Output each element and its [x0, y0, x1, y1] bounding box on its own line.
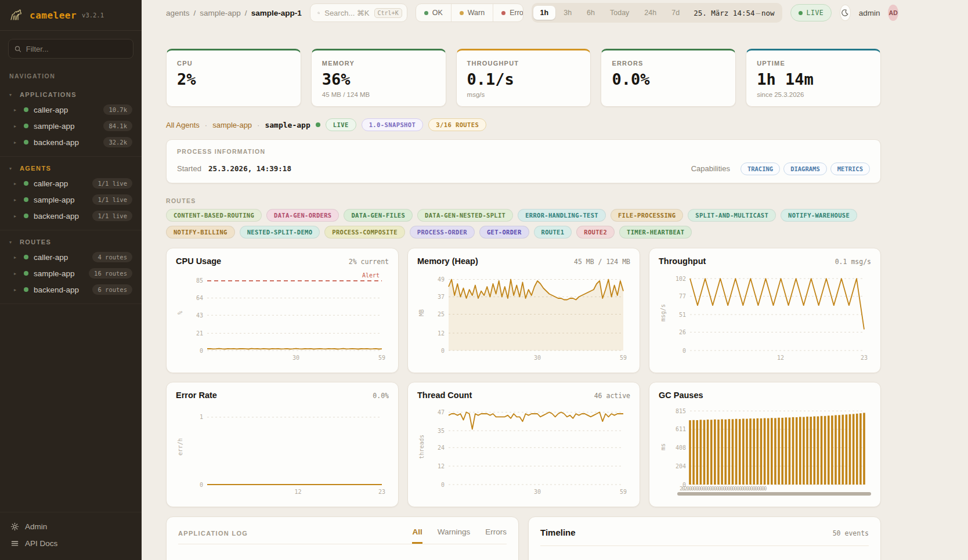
chart-title: GC Pauses: [659, 391, 703, 400]
route-tag-content-based-routing[interactable]: CONTENT-BASED-ROUTING: [166, 209, 262, 222]
sidebar-item-label: caller-app: [34, 179, 87, 188]
filter-box[interactable]: [8, 39, 133, 59]
breadcrumb-item[interactable]: sample-app: [200, 9, 241, 17]
time-range-3h[interactable]: 3h: [557, 6, 579, 20]
status-filter-ok[interactable]: OK: [416, 4, 452, 21]
capability-badge-metrics: METRICS: [830, 162, 870, 175]
chart-svg: 0122435473059threads: [417, 402, 630, 496]
sidebar-item-caller-app[interactable]: ▸caller-app4 routes: [0, 249, 142, 265]
route-tag-get-order[interactable]: GET-ORDER: [479, 226, 529, 239]
context-badge-1-0-snapshot: 1.0-SNAPSHOT: [362, 118, 424, 131]
kpi-card-uptime: UPTIME1h 14msince 25.3.2026: [746, 49, 881, 107]
route-tag-notify-warehouse[interactable]: NOTIFY-WAREHOUSE: [781, 209, 857, 222]
status-dot-icon: [24, 124, 28, 128]
sidebar: cameleer v3.2.1 NAVIGATION ▾APPLICATIONS…: [0, 0, 142, 560]
sidebar-section-header-agents[interactable]: ▾AGENTS: [0, 161, 142, 175]
route-tag-timer-heartbeat[interactable]: TIMER-HEARTBEAT: [619, 226, 692, 239]
live-toggle[interactable]: LIVE: [790, 4, 832, 21]
sidebar-item-backend-app[interactable]: ▸backend-app6 routes: [0, 281, 142, 298]
sidebar-item-caller-app[interactable]: ▸caller-app10.7k: [0, 102, 142, 118]
log-tab-all[interactable]: All: [412, 528, 422, 544]
timeline-card: Timeline 50 events: [528, 516, 881, 560]
sidebar-section-header-routes[interactable]: ▾ROUTES: [0, 235, 142, 249]
status-filter-error[interactable]: Error: [493, 4, 523, 21]
time-range-today[interactable]: Today: [603, 6, 636, 20]
svg-text:12: 12: [438, 463, 445, 469]
sidebar-item-badge: 32.2k: [103, 137, 132, 147]
sidebar-footer: AdminAPI Docs: [0, 512, 142, 560]
sidebar-item-backend-app[interactable]: ▸backend-app32.2k: [0, 134, 142, 150]
route-tag-list: CONTENT-BASED-ROUTINGDATA-GEN-ORDERSDATA…: [166, 209, 881, 239]
sidebar-item-caller-app[interactable]: ▸caller-app1/1 live: [0, 175, 142, 192]
context-instance: sample-app: [265, 121, 310, 129]
route-tag-split-and-multicast[interactable]: SPLIT-AND-MULTICAST: [688, 209, 776, 222]
route-tag-route1[interactable]: ROUTE1: [534, 226, 572, 239]
chart-header: Memory (Heap)45 MB / 124 MB: [417, 256, 630, 266]
chart-plot: 02651771021223msg/s: [659, 268, 871, 362]
footer-item-admin[interactable]: Admin: [5, 518, 137, 535]
time-display-now[interactable]: now: [761, 9, 775, 17]
route-tag-process-composite[interactable]: PROCESS-COMPOSITE: [324, 226, 405, 239]
chevron-down-icon: ▾: [9, 92, 14, 97]
time-range-1h[interactable]: 1h: [533, 6, 556, 20]
route-tag-data-gen-orders[interactable]: DATA-GEN-ORDERS: [266, 209, 339, 222]
filter-input[interactable]: [26, 45, 127, 53]
route-tag-data-gen-files[interactable]: DATA-GEN-FILES: [344, 209, 413, 222]
svg-text:0: 0: [441, 348, 445, 354]
chart-card-thread-count: Thread Count46 active0122435473059thread…: [407, 382, 640, 507]
status-filter-warn[interactable]: Warn: [452, 4, 493, 21]
sidebar-item-sample-app[interactable]: ▸sample-app1/1 live: [0, 192, 142, 208]
chart-plot: 0204408611815202000000000000000000000000…: [659, 402, 871, 496]
context-link[interactable]: sample-app: [212, 121, 252, 129]
svg-text:59: 59: [620, 489, 627, 495]
kpi-value: 36%: [322, 70, 435, 88]
sidebar-section-header-applications[interactable]: ▾APPLICATIONS: [0, 88, 142, 102]
sidebar-item-sample-app[interactable]: ▸sample-app84.1k: [0, 118, 142, 134]
dark-mode-toggle[interactable]: [840, 5, 850, 21]
sidebar-item-backend-app[interactable]: ▸backend-app1/1 live: [0, 208, 142, 224]
time-range-group: 1h3h6hToday24h7d25. März 14:54—now: [532, 3, 782, 23]
footer-item-api-docs[interactable]: API Docs: [5, 535, 137, 552]
chart-title: Memory (Heap): [417, 256, 478, 266]
log-tab-warnings[interactable]: Warnings: [438, 528, 471, 544]
svg-text:30: 30: [534, 355, 541, 361]
svg-text:MB: MB: [418, 309, 425, 316]
global-search[interactable]: Search... ⌘K Ctrl+K: [310, 3, 407, 22]
chart-title: Throughput: [659, 256, 706, 266]
status-filter-group: OKWarnErrorRunning: [416, 3, 523, 22]
status-dot-icon: [501, 11, 505, 15]
gc-x-scrollbar[interactable]: [677, 492, 871, 496]
breadcrumb-item[interactable]: agents: [166, 9, 190, 17]
route-tag-nested-split-demo[interactable]: NESTED-SPLIT-DEMO: [240, 226, 320, 239]
svg-text:23: 23: [861, 355, 868, 361]
route-tag-process-order[interactable]: PROCESS-ORDER: [410, 226, 475, 239]
svg-text:37: 37: [438, 294, 445, 300]
process-info-card: PROCESS INFORMATION Started 25.3.2026, 1…: [166, 139, 881, 183]
time-range-6h[interactable]: 6h: [580, 6, 602, 20]
chevron-right-icon: ▸: [14, 124, 19, 129]
chart-plot: 021436485Alert3059%: [176, 268, 389, 362]
kpi-subtext: 45 MB / 124 MB: [322, 91, 435, 98]
svg-text:102: 102: [676, 276, 686, 282]
kpi-value: 0.1/s: [467, 70, 580, 88]
svg-text:30: 30: [292, 355, 299, 361]
route-tag-route2[interactable]: ROUTE2: [576, 226, 615, 239]
log-tabs-divider: [178, 544, 507, 544]
route-tag-file-processing[interactable]: FILE-PROCESSING: [611, 209, 683, 222]
route-tag-notify-billing[interactable]: NOTIFY-BILLING: [166, 226, 235, 239]
chart-card-error-rate: Error Rate0.0%011223err/h: [166, 382, 399, 507]
time-range-24h[interactable]: 24h: [637, 6, 663, 20]
kpi-subtext: msg/s: [467, 91, 580, 98]
chart-title: Error Rate: [176, 391, 217, 400]
time-range-7d[interactable]: 7d: [664, 6, 687, 20]
context-badge-live: LIVE: [326, 118, 356, 131]
context-link[interactable]: All Agents: [166, 121, 200, 129]
sidebar-item-sample-app[interactable]: ▸sample-app16 routes: [0, 265, 142, 281]
log-tab-errors[interactable]: Errors: [485, 528, 507, 544]
route-tag-data-gen-nested-split[interactable]: DATA-GEN-NESTED-SPLIT: [417, 209, 513, 222]
route-tag-error-handling-test[interactable]: ERROR-HANDLING-TEST: [518, 209, 606, 222]
application-log-title: APPLICATION LOG: [178, 530, 248, 544]
avatar[interactable]: AD: [888, 5, 898, 21]
svg-text:77: 77: [679, 293, 686, 299]
chevron-right-icon: ▸: [14, 197, 19, 203]
